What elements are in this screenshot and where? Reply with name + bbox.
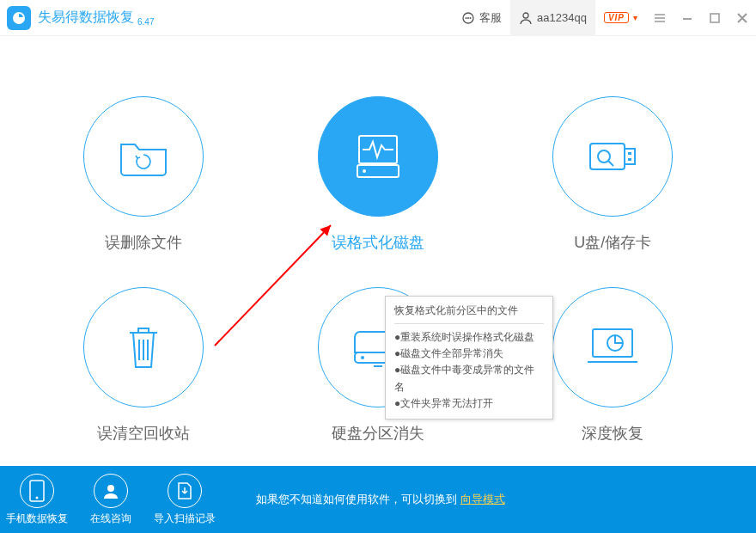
app-title: 失易得数据恢复 [38, 9, 134, 27]
option-tooltip: 恢复格式化前分区中的文件 ●重装系统时误操作格式化磁盘 ●磁盘文件全部异常消失 … [385, 296, 553, 420]
svg-rect-19 [593, 329, 632, 357]
menu-button[interactable] [646, 0, 674, 36]
close-icon [735, 11, 749, 25]
import-icon [176, 481, 193, 500]
option-label: U盘/储存卡 [574, 232, 651, 253]
usb-drive-icon [585, 138, 640, 175]
svg-point-4 [523, 13, 528, 18]
phone-icon [29, 480, 45, 502]
folder-recycle-icon [118, 136, 169, 177]
option-circle [552, 96, 673, 217]
disk-pulse-icon [351, 131, 405, 182]
option-deleted-files[interactable]: 误删除文件 [82, 96, 204, 253]
svg-rect-12 [628, 152, 631, 155]
option-label: 误格式化磁盘 [332, 232, 424, 253]
phone-recovery-button[interactable]: 手机数据恢复 [0, 474, 74, 526]
bottombar: 手机数据恢复 在线咨询 导入扫描记录 如果您不知道如何使用软件，可以切换到 向导… [0, 466, 756, 533]
tooltip-item: ●重装系统时误操作格式化磁盘 [394, 329, 544, 346]
option-circle [552, 287, 673, 407]
svg-point-2 [467, 17, 469, 19]
maximize-icon [708, 11, 722, 25]
svg-line-15 [608, 161, 613, 166]
svg-point-1 [466, 17, 467, 19]
titlebar: 失易得数据恢复 6.47 客服 aa1234qq VIP ▾ [0, 0, 756, 36]
option-formatted-disk[interactable]: 误格式化磁盘 [316, 96, 439, 253]
tooltip-item: ●文件夹异常无法打开 [394, 395, 544, 412]
tooltip-item: ●磁盘文件全部异常消失 [394, 346, 544, 362]
option-label: 误清空回收站 [97, 423, 190, 444]
option-recycle-bin[interactable]: 误清空回收站 [82, 287, 204, 444]
option-circle [83, 96, 204, 217]
svg-point-14 [598, 150, 610, 162]
online-consult-button[interactable]: 在线咨询 [74, 474, 148, 526]
chevron-down-icon: ▾ [633, 13, 637, 22]
minimize-icon [680, 11, 694, 25]
app-logo-icon [7, 6, 31, 30]
option-label: 硬盘分区消失 [332, 423, 424, 444]
wizard-mode-link[interactable]: 向导模式 [460, 493, 505, 505]
option-usb-sdcard[interactable]: U盘/储存卡 [552, 96, 674, 253]
hint-text: 如果您不知道如何使用软件，可以切换到 向导模式 [256, 492, 505, 507]
app-version: 6.47 [137, 17, 154, 27]
svg-point-23 [107, 485, 114, 492]
maximize-button[interactable] [701, 0, 729, 36]
svg-rect-11 [625, 149, 635, 164]
vip-button[interactable]: VIP ▾ [595, 0, 646, 36]
hamburger-icon [653, 11, 667, 25]
recovery-options-grid: 误删除文件 误格式化磁盘 [82, 96, 674, 444]
vip-badge: VIP [604, 12, 629, 23]
trash-icon [125, 324, 162, 371]
option-label: 深度恢复 [582, 423, 643, 444]
option-deep-recovery[interactable]: 深度恢复 [552, 287, 674, 444]
option-circle [83, 287, 204, 407]
bb-label: 手机数据恢复 [6, 512, 68, 526]
user-button[interactable]: aa1234qq [510, 0, 595, 36]
laptop-scan-icon [584, 326, 641, 369]
close-button[interactable] [729, 0, 756, 36]
svg-rect-5 [710, 14, 719, 22]
main-area: 误删除文件 误格式化磁盘 [0, 96, 756, 526]
option-circle [318, 96, 438, 217]
svg-point-9 [363, 169, 366, 173]
svg-rect-13 [628, 158, 631, 161]
svg-point-3 [470, 17, 472, 19]
bb-label: 在线咨询 [90, 512, 131, 526]
user-icon [519, 11, 533, 25]
import-scan-button[interactable]: 导入扫描记录 [148, 474, 222, 526]
tooltip-item: ●磁盘文件中毒变成异常的文件名 [394, 362, 544, 395]
support-label: 客服 [479, 10, 502, 26]
tooltip-title: 恢复格式化前分区中的文件 [394, 303, 544, 318]
person-icon [101, 481, 120, 500]
svg-point-17 [361, 356, 364, 359]
bb-label: 导入扫描记录 [154, 512, 216, 526]
option-label: 误删除文件 [105, 232, 182, 253]
support-button[interactable]: 客服 [453, 0, 510, 36]
svg-rect-10 [590, 144, 625, 169]
minimize-button[interactable] [674, 0, 701, 36]
svg-point-22 [36, 496, 39, 499]
chat-icon [461, 11, 475, 25]
username-label: aa1234qq [537, 11, 587, 24]
